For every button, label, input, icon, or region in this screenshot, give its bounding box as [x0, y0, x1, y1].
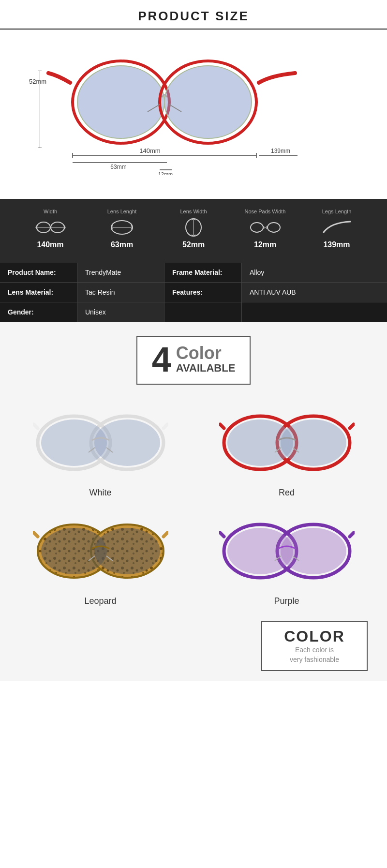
- frame-material-value: Alloy: [242, 263, 387, 282]
- color-count: 4: [152, 342, 171, 377]
- svg-point-69: [281, 528, 346, 574]
- spec-width: Width 140mm: [19, 209, 82, 249]
- spec-width-icon: [33, 217, 67, 238]
- empty-label: [164, 302, 242, 322]
- color-text-block: Color AVAILABLE: [176, 344, 236, 374]
- gender-value: Unisex: [77, 302, 164, 322]
- frame-material-label: Frame Material:: [164, 263, 242, 282]
- svg-text:140mm: 140mm: [139, 147, 160, 154]
- page-title: PRODUCT SIZE: [0, 9, 387, 24]
- glasses-purple-image: [219, 517, 355, 590]
- glasses-red-svg: [214, 406, 359, 484]
- glasses-white-image: [33, 409, 168, 481]
- features-label: Features:: [164, 283, 242, 302]
- empty-value: [242, 302, 387, 322]
- spec-width-label: Width: [44, 209, 57, 214]
- gender-label: Gender:: [0, 302, 77, 322]
- color-item-purple: Purple: [196, 508, 377, 611]
- color-footer-title: COLOR: [272, 628, 357, 645]
- svg-text:139mm: 139mm: [271, 148, 290, 154]
- svg-point-36: [251, 223, 263, 232]
- svg-point-37: [268, 223, 280, 232]
- diagram-container: 52mm 140mm 63m: [29, 39, 358, 194]
- product-info-table: Product Name: TrendyMate Frame Material:…: [0, 263, 387, 322]
- color-name-purple: Purple: [274, 596, 299, 606]
- color-section: 4 Color AVAILABLE: [0, 322, 387, 681]
- size-diagram: 52mm 140mm 63m: [0, 30, 387, 199]
- color-footer-sub: Each color isvery fashionable: [272, 645, 357, 664]
- spec-legs-length-value: 139mm: [323, 240, 350, 249]
- spec-lens-width-label: Lens Width: [180, 209, 207, 214]
- spec-lens-width-value: 52mm: [182, 240, 205, 249]
- color-word: Color: [176, 344, 236, 362]
- spec-nose-pads: Nose Pads Width 12mm: [234, 209, 297, 249]
- spec-legs-length: Legs Length 139mm: [305, 209, 368, 249]
- svg-point-3: [164, 66, 252, 138]
- svg-point-1: [77, 66, 164, 138]
- lens-material-value: Tac Resin: [77, 283, 164, 302]
- spec-lens-length: Lens Lenght 63mm: [90, 209, 153, 249]
- color-badge: 4 Color AVAILABLE: [10, 336, 377, 385]
- glasses-leopard-svg: [28, 515, 173, 592]
- glasses-white-svg: [28, 406, 173, 484]
- info-row-2: Lens Material: Tac Resin Features: ANTI …: [0, 283, 387, 302]
- info-row-1: Product Name: TrendyMate Frame Material:…: [0, 263, 387, 283]
- spec-lens-length-label: Lens Lenght: [107, 209, 137, 214]
- features-value: ANTI AUV AUB: [242, 283, 387, 302]
- spec-nose-pads-label: Nose Pads Width: [245, 209, 286, 214]
- glasses-red-image: [219, 409, 355, 481]
- product-name-value: TrendyMate: [77, 263, 164, 282]
- color-badge-inner: 4 Color AVAILABLE: [136, 336, 251, 385]
- color-item-red: Red: [196, 399, 377, 503]
- lens-material-label: Lens Material:: [0, 283, 77, 302]
- specs-section: Width 140mm Lens Lenght: [0, 199, 387, 263]
- color-name-white: White: [89, 488, 111, 498]
- glasses-leopard-image: [33, 517, 168, 590]
- color-footer-box: COLOR Each color isvery fashionable: [261, 621, 368, 671]
- spec-width-value: 140mm: [37, 240, 63, 249]
- svg-point-47: [94, 419, 160, 466]
- color-name-leopard: Leopard: [84, 596, 116, 606]
- spec-lens-length-value: 63mm: [111, 240, 133, 249]
- spec-nose-pads-value: 12mm: [254, 240, 276, 249]
- color-item-white: White: [10, 399, 191, 503]
- info-row-3: Gender: Unisex: [0, 302, 387, 322]
- svg-point-53: [281, 419, 346, 466]
- color-grid: White Red: [10, 399, 377, 611]
- spec-lens-width-icon: [177, 217, 210, 238]
- glasses-purple-svg: [214, 515, 359, 592]
- spec-lens-width: Lens Width 52mm: [162, 209, 225, 249]
- color-item-leopard: Leopard: [10, 508, 191, 611]
- specs-labels: Width 140mm Lens Lenght: [15, 209, 372, 249]
- spec-legs-length-label: Legs Length: [322, 209, 352, 214]
- color-name-red: Red: [279, 488, 295, 498]
- svg-text:63mm: 63mm: [110, 164, 126, 170]
- available-word: AVAILABLE: [176, 362, 236, 374]
- product-name-label: Product Name:: [0, 263, 77, 282]
- spec-nose-pads-icon: [248, 217, 282, 238]
- product-size-header: PRODUCT SIZE: [0, 0, 387, 30]
- color-footer: COLOR Each color isvery fashionable: [10, 621, 377, 671]
- svg-text:12mm: 12mm: [158, 171, 173, 175]
- spec-lens-length-icon: [105, 217, 139, 238]
- svg-point-63: [94, 528, 160, 574]
- glasses-diagram-svg: 140mm 63mm 12mm 139mm: [44, 49, 314, 175]
- spec-legs-length-icon: [320, 217, 354, 238]
